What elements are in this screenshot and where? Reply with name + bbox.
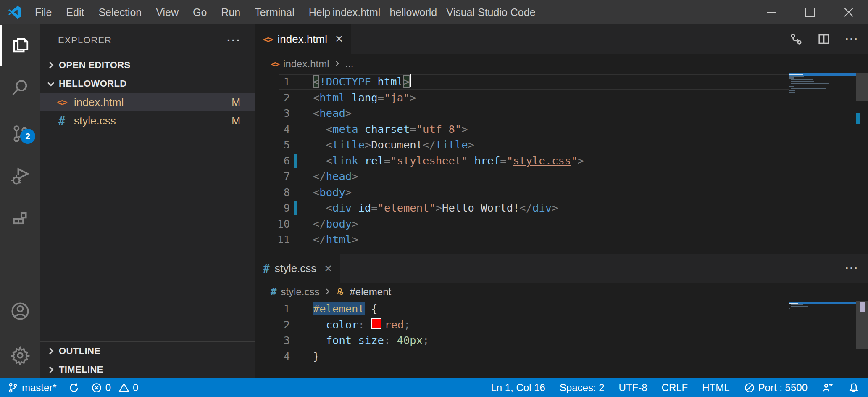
breadcrumb-file[interactable]: index.html [283,58,329,70]
breadcrumb-bottom[interactable]: # style.css #element [255,283,868,301]
timeline-section[interactable]: TIMELINE [40,360,255,378]
chevron-right-icon [324,286,331,298]
code-line-11[interactable]: 11</html> [255,232,789,248]
more-actions-icon[interactable]: ··· [845,262,859,275]
maximize-button[interactable] [791,0,829,24]
code-token: </ [313,233,326,246]
code-line-3[interactable]: 3 font-size: 40px; [255,333,789,349]
settings-gear-icon[interactable] [0,335,40,376]
notifications-button[interactable] [848,382,860,394]
code-token [313,123,326,135]
problems-item[interactable]: 0 0 [91,382,139,394]
source-control-icon[interactable]: 2 [0,114,40,154]
code-editor-index-html[interactable]: 1<!DOCTYPE html>2<html lang="ja">3<head>… [255,74,789,248]
code-line-4[interactable]: 4 <meta charset="utf-8"> [255,122,789,138]
code-token: html [319,91,345,104]
tab-bar-top: <> index.html ✕ ··· [255,24,868,54]
open-editors-section[interactable]: OPEN EDITORS [40,56,255,74]
minimap-code-line [789,92,795,93]
css-file-icon: # [55,114,69,127]
more-actions-icon[interactable]: ··· [845,33,859,46]
tab-index-html[interactable]: <> index.html ✕ [255,24,351,54]
bell-icon [848,382,860,394]
code-editor-style-css[interactable]: 1#element {2 color: red;3 font-size: 40p… [255,301,789,364]
code-line-5[interactable]: 5 <title>Document</title> [255,137,789,153]
code-line-3[interactable]: 3<head> [255,106,789,122]
minimize-button[interactable] [752,0,791,24]
code-line-4[interactable]: 4} [255,349,789,365]
account-icon[interactable] [0,291,40,331]
breadcrumb-top[interactable]: <> index.html ... [255,54,868,74]
menu-help[interactable]: Help [302,0,337,24]
code-token [390,334,397,347]
language-mode-item[interactable]: HTML [702,382,729,394]
minimap-code-line [789,303,798,304]
explorer-icon[interactable] [0,25,40,66]
open-changes-icon[interactable] [790,33,802,45]
breadcrumb-symbol[interactable]: ... [345,58,353,70]
code-line-1[interactable]: 1<!DOCTYPE html> [255,74,789,90]
git-modified-gutter-mark [294,201,297,215]
code-line-10[interactable]: 10</body> [255,216,789,232]
git-branch-item[interactable]: master* [8,382,57,394]
status-bar: master* 0 0 Ln 1, Col 16 Spaces: 2 UTF-8… [0,378,868,397]
vscode-logo-icon [8,5,22,19]
menu-terminal[interactable]: Terminal [247,0,301,24]
code-token [371,75,377,88]
file-row-style.css[interactable]: #style.cssM [40,111,255,130]
breadcrumb-file[interactable]: style.css [281,286,319,298]
code-line-2[interactable]: 2 color: red; [255,317,789,333]
code-line-6[interactable]: 6 <link rel="stylesheet" href="style.css… [255,153,789,169]
outline-section[interactable]: OUTLINE [40,341,255,360]
minimap-code-line [791,88,826,89]
search-icon[interactable] [0,67,40,108]
encoding-item[interactable]: UTF-8 [619,382,647,394]
sync-button[interactable] [68,382,79,393]
cursor-position-item[interactable]: Ln 1, Col 16 [491,382,545,394]
code-line-2[interactable]: 2<html lang="ja"> [255,90,789,106]
tab-close-icon[interactable]: ✕ [335,33,343,45]
code-token: Document [371,138,423,151]
menu-go[interactable]: Go [186,0,214,24]
close-button[interactable] [829,0,868,24]
code-token [313,154,326,167]
explorer-actions-button[interactable]: ··· [227,34,241,47]
code-token: title [332,138,365,151]
eol-item[interactable]: CRLF [662,382,688,394]
tab-close-icon[interactable]: ✕ [324,263,332,275]
indentation-item[interactable]: Spaces: 2 [560,382,605,394]
tab-style-css[interactable]: # style.css ✕ [255,254,340,283]
code-token [313,201,326,214]
code-token: > [352,170,358,183]
line-number: 2 [255,90,290,106]
code-line-9[interactable]: 9 <div id="element">Hello World!</div> [255,200,789,216]
breadcrumb-symbol[interactable]: #element [350,286,391,298]
extensions-icon[interactable] [0,200,40,240]
feedback-button[interactable] [822,382,834,394]
code-line-7[interactable]: 7</head> [255,169,789,185]
code-line-1[interactable]: 1#element { [255,301,789,317]
code-token: > [410,91,416,104]
tab-label: style.css [275,262,317,275]
chevron-right-icon [333,58,341,70]
live-server-port-item[interactable]: Port : 5500 [744,382,808,394]
code-token: href [474,154,500,167]
code-token: html [378,75,403,88]
folder-section[interactable]: HELLOWORLD [40,74,255,93]
code-token: </ [519,201,532,214]
menu-view[interactable]: View [149,0,186,24]
code-token: < [313,91,319,104]
branch-label: master* [22,382,57,394]
menu-run[interactable]: Run [214,0,247,24]
code-token: > [345,186,352,198]
code-line-8[interactable]: 8<body> [255,185,789,201]
code-token: ; [423,334,429,347]
split-editor-icon[interactable] [818,33,830,45]
menu-edit[interactable]: Edit [59,0,91,24]
run-debug-icon[interactable] [0,156,40,197]
scrollbar-thumb[interactable] [856,73,868,101]
warnings-icon [118,382,129,393]
menu-file[interactable]: File [28,0,59,24]
file-row-index.html[interactable]: <>index.htmlM [40,93,255,111]
menu-selection[interactable]: Selection [91,0,149,24]
